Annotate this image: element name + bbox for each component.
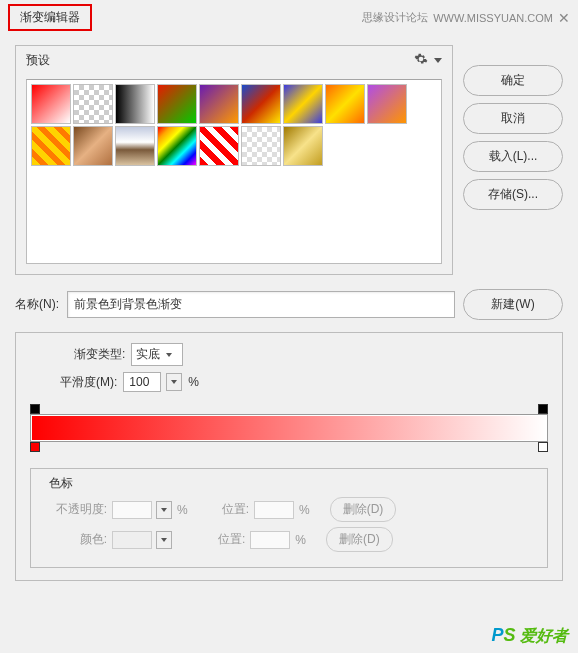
- preset-swatch[interactable]: [115, 126, 155, 166]
- dialog-title: 渐变编辑器: [8, 4, 92, 31]
- preset-swatch[interactable]: [73, 84, 113, 124]
- preset-swatch[interactable]: [199, 84, 239, 124]
- color-stop-controls: 颜色: 位置: % 删除(D): [43, 527, 535, 552]
- close-icon[interactable]: ✕: [558, 10, 570, 26]
- gradient-panel: 渐变类型: 实底 平滑度(M): 100 %: [15, 332, 563, 581]
- opacity-stop-row[interactable]: [30, 400, 548, 414]
- watermark-cn: 爱好者: [516, 627, 568, 644]
- save-button[interactable]: 存储(S)...: [463, 179, 563, 210]
- smoothness-stepper[interactable]: [166, 373, 182, 391]
- preset-swatch[interactable]: [283, 84, 323, 124]
- credits: 思缘设计论坛 WWW.MISSYUAN.COM ✕: [362, 10, 570, 26]
- cancel-button[interactable]: 取消: [463, 103, 563, 134]
- opacity-position-input: [254, 501, 294, 519]
- presets-grid: [26, 79, 442, 264]
- gradient-type-row: 渐变类型: 实底: [30, 343, 548, 366]
- stops-header: 色标: [43, 475, 535, 492]
- name-label: 名称(N):: [15, 296, 59, 313]
- site-url: WWW.MISSYUAN.COM: [433, 12, 553, 24]
- preset-swatch[interactable]: [283, 126, 323, 166]
- color-delete-button: 删除(D): [326, 527, 393, 552]
- chevron-down-icon: [161, 508, 167, 512]
- watermark-s: S: [504, 625, 516, 645]
- color-label: 颜色:: [43, 531, 107, 548]
- gradient-type-value: 实底: [136, 346, 160, 363]
- smoothness-label: 平滑度(M):: [60, 374, 117, 391]
- chevron-down-icon: [161, 538, 167, 542]
- smoothness-input[interactable]: 100: [123, 372, 161, 392]
- preset-swatch[interactable]: [157, 84, 197, 124]
- position-unit: %: [295, 533, 306, 547]
- opacity-unit: %: [177, 503, 188, 517]
- color-stop[interactable]: [30, 442, 40, 452]
- preset-swatch[interactable]: [199, 126, 239, 166]
- gradient-bar[interactable]: [30, 414, 548, 442]
- preset-swatch[interactable]: [241, 84, 281, 124]
- smoothness-unit: %: [188, 375, 199, 389]
- opacity-stop[interactable]: [30, 404, 40, 414]
- presets-label: 预设: [26, 52, 50, 69]
- side-buttons: 确定 取消 载入(L)... 存储(S)...: [463, 65, 563, 210]
- opacity-stop-controls: 不透明度: % 位置: % 删除(D): [43, 497, 535, 522]
- preset-swatch[interactable]: [73, 126, 113, 166]
- color-position-input: [250, 531, 290, 549]
- opacity-delete-button: 删除(D): [330, 497, 397, 522]
- presets-panel: 预设: [15, 45, 453, 275]
- preset-swatch[interactable]: [157, 126, 197, 166]
- chevron-down-icon: [171, 380, 177, 384]
- title-bar: 渐变编辑器 思缘设计论坛 WWW.MISSYUAN.COM ✕: [0, 0, 578, 35]
- gear-icon[interactable]: [414, 52, 428, 69]
- presets-header: 预设: [16, 46, 452, 75]
- preset-swatch[interactable]: [325, 84, 365, 124]
- load-button[interactable]: 载入(L)...: [463, 141, 563, 172]
- gradient-type-label: 渐变类型:: [74, 346, 125, 363]
- preset-swatch[interactable]: [115, 84, 155, 124]
- opacity-stepper: [156, 501, 172, 519]
- dialog-body: 预设: [0, 35, 578, 581]
- gradient-bar-editor: [30, 400, 548, 462]
- smoothness-row: 平滑度(M): 100 %: [30, 372, 548, 392]
- preset-swatch[interactable]: [31, 126, 71, 166]
- preset-swatch[interactable]: [367, 84, 407, 124]
- watermark: PS 爱好者: [492, 625, 568, 647]
- new-button[interactable]: 新建(W): [463, 289, 563, 320]
- name-row: 名称(N): 前景色到背景色渐变 新建(W): [15, 289, 563, 320]
- watermark-p: P: [492, 625, 504, 645]
- name-input[interactable]: 前景色到背景色渐变: [67, 291, 455, 318]
- gradient-type-select[interactable]: 实底: [131, 343, 183, 366]
- position-unit: %: [299, 503, 310, 517]
- preset-swatch[interactable]: [241, 126, 281, 166]
- position-label: 位置:: [218, 531, 245, 548]
- position-label: 位置:: [222, 501, 249, 518]
- color-stop[interactable]: [538, 442, 548, 452]
- stops-panel: 色标 不透明度: % 位置: % 删除(D) 颜色: 位置: %: [30, 468, 548, 568]
- color-well: [112, 531, 152, 549]
- forum-name: 思缘设计论坛: [362, 10, 428, 25]
- opacity-stop[interactable]: [538, 404, 548, 414]
- opacity-label: 不透明度:: [43, 501, 107, 518]
- color-stepper: [156, 531, 172, 549]
- chevron-down-icon: [166, 353, 172, 357]
- presets-menu-caret-icon[interactable]: [434, 58, 442, 63]
- opacity-input: [112, 501, 152, 519]
- color-stop-row[interactable]: [30, 442, 548, 456]
- ok-button[interactable]: 确定: [463, 65, 563, 96]
- preset-swatch[interactable]: [31, 84, 71, 124]
